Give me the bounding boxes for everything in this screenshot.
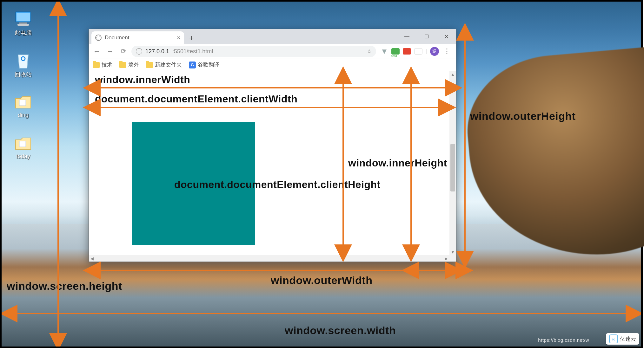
extensions: ▼ beta | 逆 ⋮ xyxy=(379,47,454,56)
svg-rect-4 xyxy=(19,100,26,106)
tab-active[interactable]: Document × xyxy=(91,31,184,44)
diagram-frame: 此电脑 回收站 ding today Document xyxy=(0,0,643,348)
ext-beta-icon[interactable]: beta xyxy=(391,48,400,55)
scroll-up-arrow[interactable]: ▲ xyxy=(449,71,456,77)
site-info-icon[interactable]: i xyxy=(136,48,142,55)
bookmark-label: 新建文件夹 xyxy=(155,61,182,68)
ext-todoist-icon[interactable] xyxy=(403,48,411,55)
menu-icon[interactable]: ⋮ xyxy=(442,47,452,55)
ext-blank-icon[interactable] xyxy=(414,48,422,55)
browser-window: Document × + — ☐ ✕ ← → ⟳ i 127.0.0.1:550… xyxy=(89,29,456,262)
source-url-fragment: https://blog.csdn.net/w xyxy=(538,337,589,343)
desktop-icon-today[interactable]: today xyxy=(10,135,36,160)
desktop-icon-computer[interactable]: 此电脑 xyxy=(10,10,36,36)
bookmarks-bar: 技术 墙外 新建文件夹 G谷歌翻译 xyxy=(89,59,456,71)
bookmark-gt[interactable]: G谷歌翻译 xyxy=(189,61,219,68)
ext-vue-icon[interactable]: ▼ xyxy=(381,47,388,56)
maximize-button[interactable]: ☐ xyxy=(417,29,436,44)
bookmark-label: 谷歌翻译 xyxy=(198,61,219,68)
svg-rect-3 xyxy=(17,24,29,26)
bookmark-folder[interactable]: 墙外 xyxy=(119,61,139,68)
label-innerwidth: window.innerWidth xyxy=(95,74,190,86)
desktop-wallpaper: 此电脑 回收站 ding today Document xyxy=(2,2,641,347)
new-tab-button[interactable]: + xyxy=(184,31,199,44)
label-screenheight: window.screen.height xyxy=(7,280,122,292)
folder-icon xyxy=(93,62,100,68)
svg-rect-1 xyxy=(17,13,30,21)
desktop-icon-ding[interactable]: ding xyxy=(10,94,36,119)
desktop-icon-recyclebin[interactable]: 回收站 xyxy=(10,52,36,78)
profile-avatar[interactable]: 逆 xyxy=(430,47,439,56)
scroll-down-arrow[interactable]: ▼ xyxy=(449,249,456,255)
watermark-logo-icon: ∞ xyxy=(609,334,618,343)
bookmark-folder[interactable]: 新建文件夹 xyxy=(146,61,182,68)
star-icon[interactable]: ☆ xyxy=(367,48,372,55)
folder-icon xyxy=(14,135,33,152)
globe-icon xyxy=(95,35,102,41)
address-bar: ← → ⟳ i 127.0.0.1:5501/test1.html ☆ ▼ be… xyxy=(89,44,456,59)
svg-rect-2 xyxy=(19,23,27,24)
ext-separator: | xyxy=(426,49,427,54)
url-rest: :5501/test1.html xyxy=(172,48,213,55)
scrollbar-thumb[interactable] xyxy=(450,144,455,191)
folder-icon xyxy=(119,62,126,68)
omnibox[interactable]: i 127.0.0.1:5501/test1.html ☆ xyxy=(131,46,376,57)
desktop-icon-label: today xyxy=(16,153,30,159)
vertical-scrollbar[interactable]: ▲ ▼ xyxy=(449,71,456,255)
folder-icon xyxy=(146,62,153,68)
label-clientheight: document.documentElement.clientHeight xyxy=(174,179,381,191)
desktop-icon-label: ding xyxy=(18,112,29,118)
computer-icon xyxy=(14,10,33,28)
forward-button[interactable]: → xyxy=(105,46,116,57)
recycle-bin-icon xyxy=(14,52,33,69)
horizontal-scrollbar[interactable]: ◀ ▶ xyxy=(89,255,456,262)
watermark-badge: ∞ 亿速云 xyxy=(606,333,639,345)
desktop-icon-label: 回收站 xyxy=(15,71,32,78)
label-outerheight: window.outerHeight xyxy=(470,110,576,122)
url-host: 127.0.0.1 xyxy=(145,48,169,55)
svg-rect-5 xyxy=(19,141,26,147)
window-controls: — ☐ ✕ xyxy=(397,29,456,44)
label-clientwidth: document.documentElement.clientWidth xyxy=(95,93,297,105)
close-tab-icon[interactable]: × xyxy=(177,35,180,41)
watermark-text: 亿速云 xyxy=(620,335,636,343)
close-window-button[interactable]: ✕ xyxy=(436,29,456,44)
label-screenwidth: window.screen.width xyxy=(285,324,396,337)
label-outerwidth: window.outerWidth xyxy=(271,274,372,287)
desktop-icon-label: 此电脑 xyxy=(15,29,32,36)
bookmark-label: 墙外 xyxy=(128,61,139,68)
google-translate-icon: G xyxy=(189,62,196,68)
folder-icon xyxy=(14,94,33,111)
back-button[interactable]: ← xyxy=(91,46,102,57)
scroll-right-arrow[interactable]: ▶ xyxy=(443,255,449,262)
reload-button[interactable]: ⟳ xyxy=(118,46,129,57)
scroll-left-arrow[interactable]: ◀ xyxy=(89,255,95,262)
bookmark-folder[interactable]: 技术 xyxy=(93,61,112,68)
minimize-button[interactable]: — xyxy=(397,29,417,44)
label-innerheight: window.innerHeight xyxy=(348,157,447,169)
tab-bar: Document × + — ☐ ✕ xyxy=(89,29,456,44)
bookmark-label: 技术 xyxy=(102,61,112,68)
tab-title: Document xyxy=(105,35,129,41)
